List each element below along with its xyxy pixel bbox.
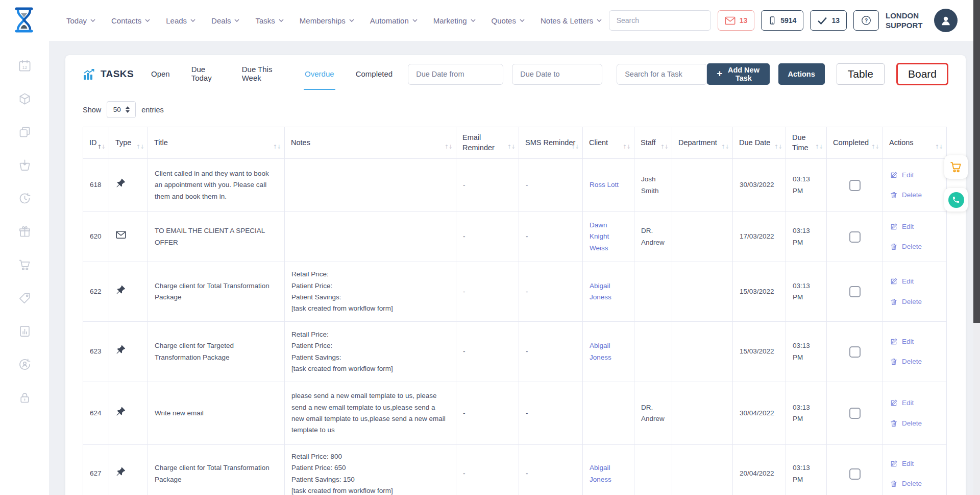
floating-call-button[interactable] [944, 188, 968, 211]
tab-completed[interactable]: Completed [355, 58, 394, 90]
column-header-due-time[interactable]: Due Time↑↓ [786, 127, 827, 159]
column-header-id[interactable]: ID↑↓ [83, 127, 109, 159]
board-view-button[interactable]: Board [896, 63, 948, 85]
cell-staff [634, 262, 672, 322]
user-avatar[interactable] [934, 9, 958, 32]
tab-due-this-week[interactable]: Due This Week [241, 58, 284, 90]
nav-item-quotes[interactable]: Quotes [492, 16, 525, 25]
column-header-title[interactable]: Title↑↓ [148, 127, 285, 159]
page-scrollbar-track[interactable] [973, 0, 980, 495]
completed-checkbox[interactable] [849, 408, 861, 419]
edit-button[interactable]: Edit [890, 276, 940, 287]
sidebar-item-lock[interactable] [17, 390, 32, 405]
column-label: Staff [641, 138, 656, 147]
delete-button[interactable]: Delete [890, 241, 940, 252]
sidebar-item-tag[interactable] [17, 291, 32, 305]
edit-button[interactable]: Edit [890, 397, 940, 409]
sort-arrows-icon: ↑↓ [871, 143, 879, 150]
column-header-due-date[interactable]: Due Date↑↓ [733, 127, 786, 159]
cart-icon [18, 258, 32, 272]
nav-item-deals[interactable]: Deals [211, 16, 239, 25]
cell-staff [634, 445, 672, 495]
sidebar-item-calendar[interactable]: 12 [17, 58, 32, 73]
edit-button[interactable]: Edit [890, 458, 940, 469]
delete-label: Delete [902, 241, 922, 252]
completed-checkbox[interactable] [849, 286, 861, 297]
due-date-from-input[interactable] [408, 64, 503, 85]
delete-button[interactable]: Delete [890, 418, 940, 429]
edit-button[interactable]: Edit [890, 336, 940, 347]
add-new-task-button[interactable]: + Add New Task [707, 63, 769, 85]
person-icon [939, 13, 953, 28]
nav-item-marketing[interactable]: Marketing [433, 16, 476, 25]
completed-checkbox[interactable] [849, 346, 861, 358]
tab-due-today[interactable]: Due Today [190, 58, 222, 90]
cell-title: TO EMAIL THE CLIENT A SPECIAL OFFER [148, 212, 285, 262]
client-link[interactable]: Abigail Joness [590, 282, 611, 301]
completed-checkbox[interactable] [849, 180, 861, 191]
nav-item-tasks[interactable]: Tasks [255, 16, 283, 25]
column-header-staff[interactable]: Staff↑↓ [634, 127, 672, 159]
nav-item-memberships[interactable]: Memberships [300, 16, 354, 25]
sidebar-item-account-sync[interactable] [17, 357, 32, 371]
client-link[interactable]: Dawn Knight Weiss [590, 221, 609, 252]
sidebar-item-gift[interactable] [17, 224, 32, 239]
nav-item-leads[interactable]: Leads [166, 16, 195, 25]
completed-checkbox[interactable] [849, 231, 861, 243]
due-date-to-input[interactable] [512, 64, 602, 85]
cell-department [672, 322, 733, 382]
calls-badge[interactable]: 5914 [761, 10, 803, 31]
sidebar-item-package[interactable] [17, 91, 32, 106]
sidebar-item-history[interactable] [17, 191, 32, 205]
sidebar-item-duplicate[interactable] [17, 125, 32, 139]
page-size-select[interactable]: 50 [107, 101, 136, 118]
completed-checkbox[interactable] [849, 468, 861, 480]
sidebar-item-basket[interactable] [17, 158, 32, 172]
task-search-input[interactable] [617, 64, 707, 85]
actions-button[interactable]: Actions [778, 63, 825, 85]
client-link[interactable]: Abigail Joness [590, 464, 611, 483]
tasks-badge[interactable]: 13 [810, 10, 847, 31]
edit-button[interactable]: Edit [890, 170, 940, 181]
floating-cart-button[interactable] [944, 155, 968, 179]
delete-button[interactable]: Delete [890, 296, 940, 308]
nav-item-today[interactable]: Today [66, 16, 95, 25]
tab-open[interactable]: Open [150, 58, 171, 90]
spinner-arrows-icon [126, 106, 130, 113]
sidebar-item-report[interactable] [17, 324, 32, 338]
sort-arrows-icon: ↑↓ [444, 143, 452, 150]
column-header-type[interactable]: Type↑↓ [109, 127, 148, 159]
delete-button[interactable]: Delete [890, 190, 940, 201]
search-input[interactable] [609, 16, 711, 25]
cell-actions: EditDelete [883, 382, 947, 445]
column-header-completed[interactable]: Completed↑↓ [827, 127, 883, 159]
sidebar-item-cart[interactable] [17, 257, 32, 272]
help-badge[interactable]: ? [853, 10, 879, 31]
edit-button[interactable]: Edit [890, 221, 940, 232]
app-logo[interactable] [12, 7, 36, 35]
sort-arrows-icon: ↑↓ [721, 143, 729, 150]
column-header-email-reminder[interactable]: Email Reminder↑↓ [456, 127, 519, 159]
delete-button[interactable]: Delete [890, 356, 940, 367]
trash-icon [890, 243, 898, 251]
column-header-client[interactable]: Client↑↓ [583, 127, 634, 159]
add-new-task-label: Add New Task [727, 66, 760, 82]
column-header-actions[interactable]: Actions↑↓ [883, 127, 947, 159]
table-view-button[interactable]: Table [837, 63, 885, 85]
column-header-notes[interactable]: Notes↑↓ [285, 127, 456, 159]
nav-item-notes-letters[interactable]: Notes & Letters [541, 16, 602, 25]
page-scrollbar-thumb[interactable] [973, 0, 980, 323]
account-name: LONDON SUPPORT [886, 11, 927, 31]
column-header-sms-reminder[interactable]: SMS Reminder↑↓ [519, 127, 583, 159]
nav-item-contacts[interactable]: Contacts [111, 16, 150, 25]
client-link[interactable]: Ross Lott [590, 181, 619, 188]
nav-item-automation[interactable]: Automation [370, 16, 418, 25]
tasks-header: TASKS OpenDue TodayDue This WeekOverdueC… [83, 58, 948, 90]
cell-department [672, 262, 733, 322]
column-header-department[interactable]: Department↑↓ [672, 127, 733, 159]
tab-overdue[interactable]: Overdue [304, 58, 335, 90]
email-notifications-badge[interactable]: 13 [718, 10, 755, 31]
client-link[interactable]: Abigail Joness [590, 342, 611, 361]
delete-button[interactable]: Delete [890, 478, 940, 489]
pin-icon [116, 467, 126, 477]
